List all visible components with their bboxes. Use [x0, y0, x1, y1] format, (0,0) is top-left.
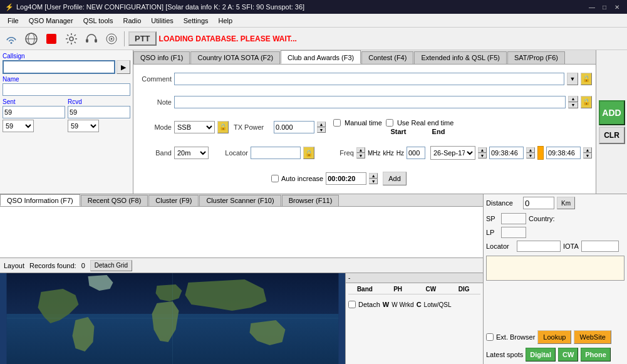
orange-indicator — [537, 146, 544, 160]
date-down[interactable]: ▼ — [478, 153, 487, 159]
locator-lock[interactable]: 🔒 — [303, 147, 314, 159]
end-time-down[interactable]: ▼ — [583, 153, 592, 159]
txpower-input[interactable] — [274, 121, 314, 133]
hz-label: Hz — [396, 150, 404, 157]
detach-checkbox[interactable] — [348, 301, 356, 308]
callsign-lookup-btn[interactable]: ▶ — [117, 60, 130, 74]
red-square-icon[interactable] — [43, 30, 60, 48]
note-row: Note ▲ ▼ 🔒 — [137, 91, 592, 112]
cw-col-header: CW — [415, 286, 448, 293]
start-time-input[interactable] — [489, 147, 524, 159]
ptt-button[interactable]: PTT — [128, 31, 157, 46]
lp-input[interactable] — [501, 227, 526, 238]
lp-label: LP — [486, 229, 499, 236]
add-button[interactable]: Add — [383, 172, 407, 185]
menu-file[interactable]: File — [3, 16, 24, 26]
note-lock[interactable]: 🔒 — [581, 96, 592, 108]
tab-extended-info[interactable]: Extended info & QSL (F5) — [414, 51, 507, 64]
locator-right-input[interactable] — [517, 241, 561, 252]
use-real-end-checkbox[interactable] — [386, 119, 393, 127]
iota-input[interactable] — [581, 241, 619, 252]
auto-inc-up[interactable]: ▲ — [369, 173, 378, 179]
menu-utilities[interactable]: Utilities — [146, 16, 178, 26]
tab-cluster-scanner[interactable]: Cluster Scanner (F10) — [199, 195, 281, 206]
maximize-btn[interactable]: □ — [599, 2, 609, 12]
note-scroll-down[interactable]: ▼ — [568, 102, 578, 108]
sent-input[interactable] — [3, 106, 65, 118]
note-scroll-up[interactable]: ▲ — [568, 96, 578, 102]
globe-icon[interactable] — [23, 30, 40, 48]
sent-exchange[interactable]: 59 57 55 — [3, 120, 34, 132]
tab-browser[interactable]: Browser (F11) — [282, 195, 339, 206]
minus-btn[interactable]: - — [348, 274, 350, 281]
cw-button[interactable]: CW — [558, 348, 578, 361]
settings-icon[interactable] — [63, 30, 80, 48]
start-time-up[interactable]: ▲ — [526, 147, 535, 153]
start-time-down[interactable]: ▼ — [526, 153, 535, 159]
band-select[interactable]: 20m 40m 80m 15m 10m — [174, 147, 209, 159]
txpower-up[interactable]: ▲ — [317, 122, 326, 127]
phone-button[interactable]: Phone — [581, 348, 611, 361]
add-clr-panel: ADD CLR — [596, 50, 627, 194]
auto-increase-checkbox[interactable] — [271, 175, 279, 182]
headphone-icon[interactable] — [83, 30, 100, 48]
manual-time-checkbox[interactable] — [333, 119, 341, 127]
antenna-icon[interactable] — [103, 30, 120, 48]
tab-qso-information[interactable]: QSO Information (F7) — [0, 194, 80, 206]
date-select[interactable]: 26-Sep-17 — [430, 146, 475, 160]
callsign-label: Callsign — [3, 53, 130, 60]
menu-qsl-tools[interactable]: QSL tools — [78, 16, 118, 26]
tab-contest[interactable]: Contest (F4) — [361, 51, 413, 64]
tab-cluster[interactable]: Cluster (F9) — [148, 195, 199, 206]
auto-increase-input[interactable] — [326, 172, 366, 185]
tab-qso-info[interactable]: QSO info (F1) — [133, 51, 190, 64]
add-big-button[interactable]: ADD — [599, 100, 625, 125]
digital-button[interactable]: Digital — [526, 348, 556, 361]
rcvd-exchange[interactable]: 59 57 55 — [68, 120, 99, 132]
clr-big-button[interactable]: CLR — [599, 127, 625, 144]
lookup-web-button[interactable]: Lookup — [537, 330, 571, 344]
freq-label: Freq — [319, 149, 354, 157]
tab-recent-qso[interactable]: Recent QSO (F8) — [81, 195, 148, 206]
title-text: ⚡ Log4OM [User Profile: NEW CONFIGURATIO… — [5, 3, 304, 11]
map-side-header: - — [346, 273, 483, 283]
website-button[interactable]: WebSite — [574, 330, 611, 344]
notes-textarea[interactable] — [486, 256, 624, 281]
freq-down[interactable]: ▼ — [356, 153, 365, 159]
hz-input[interactable] — [407, 147, 425, 159]
end-time-input[interactable] — [546, 147, 581, 159]
name-label: Name — [3, 76, 130, 83]
window-controls[interactable]: — □ ✕ — [587, 2, 622, 12]
menu-radio[interactable]: Radio — [118, 16, 147, 26]
freq-up[interactable]: ▲ — [356, 147, 365, 153]
mode-lock[interactable]: 🔒 — [217, 121, 229, 133]
sp-input[interactable] — [501, 213, 526, 224]
minimize-btn[interactable]: — — [587, 2, 597, 12]
note-input[interactable] — [174, 96, 566, 108]
wifi-icon[interactable] — [3, 30, 20, 48]
comment-dropdown[interactable]: ▼ — [567, 73, 578, 85]
auto-inc-spinners: ▲ ▼ — [369, 173, 378, 184]
menu-settings[interactable]: Settings — [179, 16, 214, 26]
ext-browser-checkbox[interactable] — [486, 333, 494, 341]
tab-sat-prop[interactable]: SAT/Prop (F6) — [507, 51, 565, 64]
menu-qso-manager[interactable]: QSO Manager — [24, 16, 78, 26]
date-up[interactable]: ▲ — [478, 147, 487, 153]
end-time-up[interactable]: ▲ — [583, 147, 592, 153]
comment-lock[interactable]: 🔒 — [581, 73, 592, 85]
km-button[interactable]: Km — [557, 197, 575, 209]
distance-input[interactable] — [523, 197, 554, 209]
close-btn[interactable]: ✕ — [612, 2, 622, 12]
rcvd-input[interactable] — [68, 106, 130, 118]
callsign-input[interactable] — [3, 60, 115, 74]
tab-club-awards[interactable]: Club and Awards (F3) — [281, 50, 361, 64]
name-input[interactable] — [3, 83, 130, 96]
menu-help[interactable]: Help — [214, 16, 238, 26]
locator-input[interactable] — [251, 147, 301, 159]
txpower-down[interactable]: ▼ — [317, 127, 326, 133]
auto-inc-down[interactable]: ▼ — [369, 179, 378, 184]
detach-grid-btn[interactable]: Detach Grid — [90, 260, 132, 271]
tab-country-iota[interactable]: Country IOTA SOTA (F2) — [190, 51, 280, 64]
mode-select[interactable]: SSB CW FM AM DIGI — [174, 121, 215, 133]
comment-input[interactable] — [174, 73, 564, 85]
